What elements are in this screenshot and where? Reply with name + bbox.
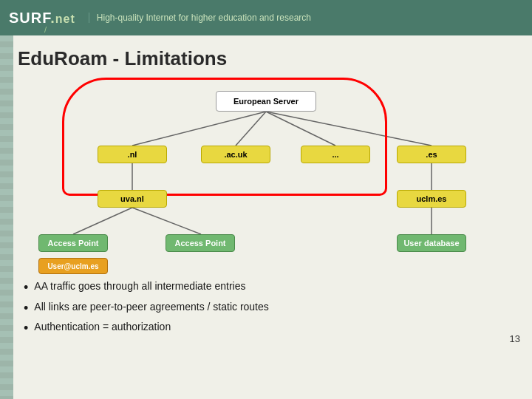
access-point-1: Access Point xyxy=(38,234,108,252)
svg-line-1 xyxy=(236,112,266,146)
header-slash: / xyxy=(44,25,47,34)
network-diagram: European Server .nl .ac.uk ... .es uva.n… xyxy=(18,81,514,273)
nl-node: .nl xyxy=(98,146,167,163)
dots-node: ... xyxy=(301,146,370,163)
bullet-text-1: AA traffic goes through all intermediate… xyxy=(34,280,245,292)
header-tagline: High-quality Internet for higher educati… xyxy=(89,13,311,23)
bullet-dot-3: • xyxy=(24,321,28,337)
bullet-item-1: • AA traffic goes through all intermedia… xyxy=(24,280,514,296)
page-number: 13 xyxy=(510,333,520,344)
acuk-node: .ac.uk xyxy=(201,146,270,163)
svg-line-0 xyxy=(132,112,266,146)
european-server-node: European Server xyxy=(216,91,316,112)
bullet-list: • AA traffic goes through all intermedia… xyxy=(18,280,514,337)
svg-line-7 xyxy=(132,208,201,234)
svg-line-3 xyxy=(266,112,432,146)
bullet-text-2: All links are peer-to-peer agreements / … xyxy=(34,301,268,313)
user-database-node: User database xyxy=(397,234,466,252)
header-logo: SURF.net High-quality Internet for highe… xyxy=(9,10,311,27)
bullet-item-2: • All links are peer-to-peer agreements … xyxy=(24,301,514,317)
svg-line-6 xyxy=(73,208,132,234)
uvanl-node: uva.nl xyxy=(98,190,167,208)
bullet-dot-2: • xyxy=(24,301,28,317)
user-uclm-node: User@uclm.es xyxy=(38,258,108,274)
svg-line-2 xyxy=(266,112,335,146)
access-point-2: Access Point xyxy=(166,234,235,252)
bullet-dot-1: • xyxy=(24,280,28,296)
page-title: EduRoam - Limitations xyxy=(18,47,514,70)
main-content: EduRoam - Limitations Europ xyxy=(0,35,532,350)
logo-surf: SURF.net xyxy=(9,10,75,27)
header: SURF.net High-quality Internet for highe… xyxy=(0,0,532,35)
es-node: .es xyxy=(397,146,466,163)
bullet-item-3: • Authentication = authorization xyxy=(24,321,514,337)
uclmes-node: uclm.es xyxy=(397,190,466,208)
bullet-text-3: Authentication = authorization xyxy=(34,321,171,332)
